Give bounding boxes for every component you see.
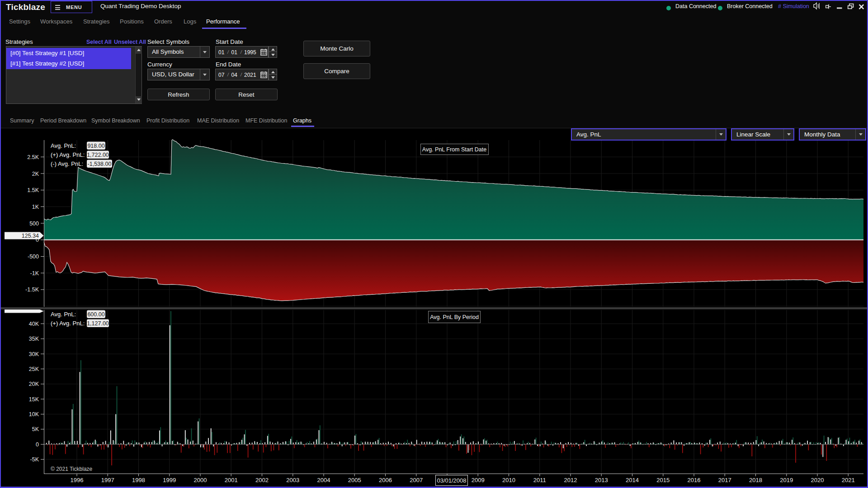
svg-text:Avg. PnL:: Avg. PnL: [51, 311, 76, 318]
svg-text:Avg. PnL From Start Date: Avg. PnL From Start Date [422, 146, 486, 153]
svg-text:1996: 1996 [71, 477, 84, 483]
svg-text:2021: 2021 [842, 477, 855, 483]
svg-text:2015: 2015 [656, 477, 670, 483]
svg-text:10K: 10K [29, 411, 39, 418]
svg-text:2010: 2010 [502, 477, 515, 483]
svg-text:2019: 2019 [780, 477, 793, 483]
svg-text:15K: 15K [29, 396, 39, 403]
svg-text:1,127.00: 1,127.00 [87, 320, 109, 327]
svg-text:40K: 40K [29, 321, 39, 327]
svg-text:1998: 1998 [132, 477, 145, 483]
svg-text:918.00: 918.00 [87, 143, 104, 149]
svg-text:2011: 2011 [533, 477, 546, 483]
svg-text:2016: 2016 [688, 477, 701, 483]
svg-text:Avg. PnL:: Avg. PnL: [51, 142, 76, 149]
svg-text:03/01/2008: 03/01/2008 [437, 477, 466, 484]
svg-text:1,722.00: 1,722.00 [87, 152, 109, 158]
svg-text:600.00: 600.00 [87, 311, 104, 318]
svg-text:-500: -500 [28, 253, 39, 260]
svg-text:(+) Avg. PnL:: (+) Avg. PnL: [51, 320, 85, 327]
svg-text:(+) Avg. PnL:: (+) Avg. PnL: [51, 151, 85, 158]
svg-text:-5K: -5K [30, 456, 39, 463]
svg-text:2020: 2020 [811, 477, 824, 483]
svg-text:2007: 2007 [410, 477, 423, 483]
svg-text:2003: 2003 [286, 477, 299, 483]
svg-text:1.5K: 1.5K [27, 187, 39, 193]
svg-text:2.5K: 2.5K [27, 154, 39, 160]
svg-text:500: 500 [29, 221, 39, 227]
svg-text:125.34: 125.34 [22, 233, 39, 239]
svg-text:-1.5K: -1.5K [25, 286, 39, 293]
svg-text:25K: 25K [29, 366, 39, 372]
svg-text:2009: 2009 [472, 477, 485, 483]
svg-text:2005: 2005 [348, 477, 361, 483]
svg-text:2001: 2001 [225, 477, 238, 483]
svg-text:2012: 2012 [564, 477, 577, 483]
svg-text:1997: 1997 [101, 477, 114, 483]
svg-text:-1,538.00: -1,538.00 [88, 161, 112, 167]
svg-text:(-) Avg. PnL:: (-) Avg. PnL: [51, 160, 83, 167]
svg-text:2004: 2004 [317, 477, 330, 483]
svg-text:2013: 2013 [595, 477, 608, 483]
svg-text:© 2021 Tickblaze: © 2021 Tickblaze [51, 466, 93, 472]
svg-text:2018: 2018 [749, 477, 762, 483]
svg-text:20K: 20K [29, 381, 39, 387]
svg-text:2K: 2K [32, 171, 39, 177]
svg-text:2002: 2002 [255, 477, 269, 483]
svg-text:-1K: -1K [30, 270, 39, 277]
svg-text:2017: 2017 [718, 477, 731, 483]
svg-text:2006: 2006 [379, 477, 392, 483]
svg-text:Avg. PnL By Period: Avg. PnL By Period [430, 314, 479, 320]
svg-text:35K: 35K [29, 336, 39, 342]
svg-text:1K: 1K [32, 204, 39, 210]
svg-text:0: 0 [36, 441, 39, 448]
svg-text:5K: 5K [32, 426, 39, 432]
svg-text:1999: 1999 [163, 477, 176, 483]
svg-text:30K: 30K [29, 351, 39, 357]
svg-text:2014: 2014 [626, 477, 639, 483]
svg-text:2000: 2000 [194, 477, 207, 483]
